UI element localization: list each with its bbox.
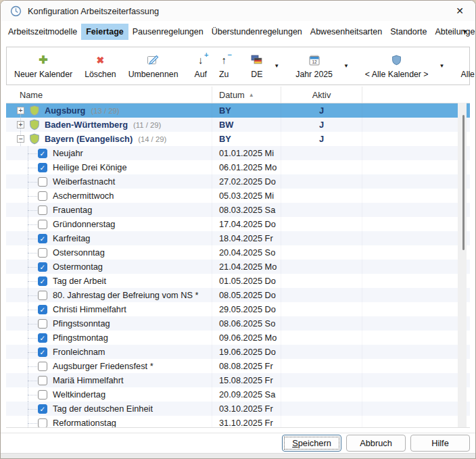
table-row[interactable]: Pfingstsonntag08.06.2025 So [6,316,470,331]
expand-all-button[interactable]: ↓+ Auf [188,49,212,83]
table-row[interactable]: Gründonnerstag17.04.2025 Do [6,217,470,231]
holiday-name: Heilige Drei Könige [53,162,127,172]
calendar-filter-dropdown-icon[interactable]: ▼ [435,63,450,69]
delete-label: Löschen [85,70,116,79]
holiday-checkbox[interactable]: ✓ [38,404,47,414]
hilfe-button[interactable]: Hilfe [410,435,470,452]
table-row[interactable]: Reformationstag31.10.2025 Fr [6,416,470,427]
holiday-checkbox[interactable] [38,362,47,371]
holiday-checkbox[interactable]: ✓ [38,262,47,272]
table-row[interactable]: Frauentag08.03.2025 Sa [6,203,470,217]
datum-cell: 19.06.2025 Do [212,345,281,359]
year-dropdown-icon[interactable]: ▼ [339,63,354,69]
aktiv-cell [281,302,362,316]
abbruch-button[interactable]: Abbruch [346,435,406,452]
rename-button[interactable]: Umbenennen [122,49,185,83]
holiday-checkbox[interactable] [38,206,47,215]
holiday-checkbox[interactable] [38,177,47,187]
table-row[interactable]: ✓Neujahr01.01.2025 Mi [6,146,470,160]
expand-icon[interactable]: + [17,121,24,128]
aktiv-cell [281,160,362,174]
language-selector[interactable]: DE [244,49,269,83]
holiday-checkbox[interactable] [38,319,47,329]
language-dropdown-icon[interactable]: ▼ [269,63,284,69]
tab-abwesenheitsarten[interactable]: Abwesenheitsarten [306,24,386,40]
holiday-checkbox[interactable]: ✓ [38,347,47,357]
vertical-scrollbar[interactable] [458,103,467,427]
table-row[interactable]: ✓Heilige Drei Könige06.01.2025 Mo [6,160,470,174]
tab-feiertage[interactable]: Feiertage [81,24,128,40]
tabs-overflow-icon[interactable]: ▼ [457,28,473,35]
table-row[interactable]: −Bayern (Evangelisch)(14 / 29)BYJ [6,132,470,146]
holiday-checkbox[interactable] [38,291,47,300]
calendar-shield-icon [29,119,40,130]
column-header-datum[interactable]: Datum ▲ [212,87,281,103]
table-row[interactable]: Augsburger Friedensfest *08.08.2025 Fr [6,359,470,373]
table-row[interactable]: Aschermittwoch05.03.2025 Mi [6,189,470,203]
holiday-checkbox[interactable]: ✓ [38,276,47,286]
aktiv-cell: J [281,103,362,118]
collapse-icon[interactable]: − [17,135,24,143]
holiday-checkbox[interactable] [38,376,47,385]
close-icon[interactable]: ✕ [451,5,469,16]
tab-bar: ArbeitszeitmodelleFeiertagePausenregelun… [1,21,475,43]
language-label: DE [251,70,262,79]
holiday-name: Neujahr [53,148,83,158]
holiday-name: 80. Jahrestag der Befreiung vom NS * [53,290,199,300]
holiday-checkbox[interactable]: ✓ [38,163,47,172]
tab-pausenregelungen[interactable]: Pausenregelungen [128,24,208,40]
delete-button[interactable]: ✖ Löschen [78,49,122,83]
delete-x-icon: ✖ [97,53,105,67]
speichern-button[interactable]: Speichern [282,435,341,452]
datum-cell: BW [212,118,281,132]
year-selector[interactable]: 12 Jahr 2025 [289,49,339,83]
aktiv-cell [281,402,362,416]
column-header-name[interactable]: Name [6,87,212,103]
table-row[interactable]: ✓Pfingstmontag09.06.2025 Mo [6,331,470,345]
expand-icon[interactable]: + [17,107,24,114]
calendar-filter-selector[interactable]: < Alle Kalender > [359,49,435,83]
table-row[interactable]: ✓Tag der deutschen Einheit03.10.2025 Fr [6,402,470,416]
table-row[interactable]: 80. Jahrestag der Befreiung vom NS *08.0… [6,288,470,302]
calendar-filter-label: < Alle Kalender > [365,70,429,79]
holiday-checkbox[interactable] [38,220,47,229]
table-row[interactable]: +Baden-Württemberg(11 / 29)BWJ [6,118,470,132]
holiday-name: Ostersonntag [53,247,105,258]
holiday-checkbox[interactable]: ✓ [38,149,47,158]
table-row[interactable]: ✓Tag der Arbeit01.05.2025 Do [6,274,470,288]
aktiv-cell [281,416,362,427]
table-row[interactable]: ✓Ostermontag21.04.2025 Mo [6,260,470,274]
table-row[interactable]: ✓Fronleichnam19.06.2025 Do [6,345,470,359]
holiday-checkbox[interactable]: ✓ [38,305,47,314]
datum-cell: 08.08.2025 Fr [212,359,281,373]
table-header: Name Datum ▲ Aktiv [6,87,470,103]
scrollbar-thumb[interactable] [462,115,465,250]
new-calendar-button[interactable]: ✚ Neuer Kalender [8,49,78,83]
aktiv-cell [281,174,362,189]
aktiv-cell [281,146,362,160]
holiday-checkbox[interactable] [38,390,47,400]
table-row[interactable]: Ostersonntag20.04.2025 So [6,245,470,260]
holiday-checkbox[interactable] [38,191,47,201]
holiday-name: Gründonnerstag [53,219,115,229]
table-row[interactable]: Weltkindertag20.09.2025 Sa [6,387,470,402]
table-row[interactable]: +Augsburg(13 / 29)BYJ [6,103,470,118]
display-filter-selector[interactable]: Alle Anzeigen [454,49,476,83]
holiday-checkbox[interactable]: ✓ [38,234,47,243]
calendar-name: Bayern (Evangelisch) [45,134,133,144]
table-row[interactable]: Weiberfastnacht27.02.2025 Do [6,174,470,189]
holiday-checkbox[interactable] [38,418,47,428]
aktiv-cell [281,231,362,245]
calendar-icon: 12 [309,53,320,67]
tab-überstundenregelungen[interactable]: Überstundenregelungen [208,24,306,40]
tab-arbeitszeitmodelle[interactable]: Arbeitszeitmodelle [4,24,81,40]
table-row[interactable]: Mariä Himmelfahrt15.08.2025 Fr [6,373,470,387]
table-row[interactable]: ✓Christi Himmelfahrt29.05.2025 Do [6,302,470,316]
column-header-aktiv[interactable]: Aktiv [281,87,362,103]
table-row[interactable]: ✓Karfreitag18.04.2025 Fr [6,231,470,245]
tab-standorte[interactable]: Standorte [386,24,431,40]
holiday-checkbox[interactable] [38,248,47,258]
collapse-all-button[interactable]: ↑− Zu [213,49,235,83]
holiday-checkbox[interactable]: ✓ [38,333,47,343]
year-label: Jahr 2025 [295,70,333,79]
